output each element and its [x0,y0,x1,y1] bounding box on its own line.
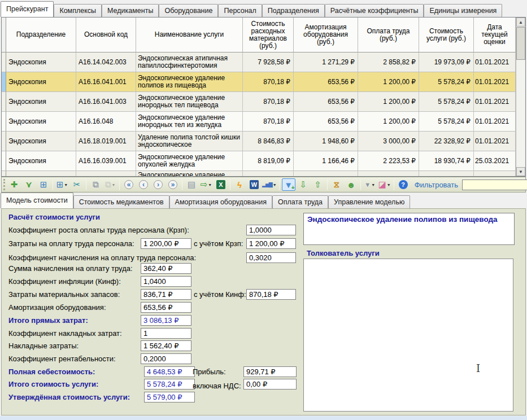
scroll-up-icon[interactable]: ▲ [516,18,525,27]
cell-name[interactable]: Эндоскопическое удаление инородных тел п… [136,92,243,112]
cell-code[interactable]: А16.16.041.001 [76,72,136,92]
cell-dept[interactable]: Эндоскопия [6,132,76,151]
cell-date[interactable]: 01.01.2021 [474,112,516,132]
cell-labor[interactable]: 2 858,82 ₽ [358,53,419,72]
table-cell[interactable] [2,171,6,176]
cell-materials[interactable]: 7 928,58 ₽ [243,53,294,72]
cell-dept[interactable]: Эндоскопия [6,151,76,171]
material-cost-field[interactable]: 836,71 ₽ [141,289,191,300]
nav-first-button[interactable]: « [122,178,136,191]
add-button[interactable]: ✚ [7,178,21,191]
nav-last-button[interactable]: » [166,178,180,191]
history-button[interactable]: ⧖ [330,178,343,191]
table-cell[interactable] [6,171,76,176]
cell-code[interactable]: А16.18.019.001 [76,132,136,151]
cell-amortization[interactable]: 653,56 ₽ [294,72,358,92]
cell-code[interactable]: А16.16.039.001 [76,151,136,171]
direct-costs-total-field[interactable]: 3 086,13 ₽ [141,315,191,326]
krzp-coefficient-field[interactable]: 1,0000 [246,225,296,235]
word-export-button[interactable]: W [247,178,261,191]
table-cell[interactable] [358,171,419,176]
cell-materials[interactable]: 870,18 ₽ [243,72,294,92]
cell-name[interactable]: Эндоскопическое удаление полипов из пище… [136,72,243,92]
nav-next-button[interactable]: › [151,178,165,191]
row-gutter[interactable] [2,132,6,151]
cell-materials[interactable]: 8 819,09 ₽ [243,151,294,171]
column-header[interactable]: Амортизация оборудования (руб.) [294,18,358,53]
column-header[interactable]: Основной код [76,18,136,53]
column-header[interactable]: Стоимость расходных материалов (руб.) [243,18,294,53]
cell-materials[interactable]: 8 846,83 ₽ [243,132,294,151]
cell-code[interactable]: А16.16.041.003 [76,92,136,112]
inflation-coefficient-field[interactable]: 1,0400 [141,276,191,287]
labor-cost-krzp-field[interactable]: 1 200,00 ₽ [246,238,296,249]
cell-materials[interactable]: 870,18 ₽ [243,92,294,112]
profit-field[interactable]: 929,71 ₽ [243,366,297,377]
page-refresh-button[interactable]: ▤ [185,178,198,191]
cell-name[interactable]: Эндоскопическое удаление [136,171,243,176]
cell-dept[interactable]: Эндоскопия [6,72,76,92]
highlight-button[interactable]: ◪▼ [378,178,391,191]
cell-code[interactable]: А16.16.048 [76,112,136,132]
total-service-cost-field[interactable]: 5 578,24 ₽ [144,379,195,390]
accrual-coefficient-field[interactable]: 0,3020 [246,252,296,263]
full-cost-field[interactable]: 4 648,53 ₽ [144,366,195,377]
table-cell[interactable] [419,171,474,176]
cell-amortization[interactable]: 653,56 ₽ [294,112,358,132]
material-cost-kinf-field[interactable]: 870,18 ₽ [246,289,296,300]
cell-cost[interactable]: 18 930,74 ₽ [419,151,474,171]
load-basket-button[interactable]: ⇩ [297,178,310,191]
tab-personnel[interactable]: Персонал [218,4,262,17]
cell-amortization[interactable]: 1 166,46 ₽ [294,151,358,171]
accrual-sum-field[interactable]: 362,40 ₽ [141,263,191,274]
cell-name[interactable]: Эндоскопическое удаление опухолей желудк… [136,151,243,171]
approved-cost-field[interactable]: 5 579,00 ₽ [144,392,195,403]
column-header[interactable]: Оплата труда (руб.) [358,18,419,53]
tab-labor-payment[interactable]: Оплата труда [272,195,328,208]
row-gutter[interactable] [2,92,6,112]
cell-amortization[interactable]: 1 271,29 ₽ [294,53,358,72]
cell-amortization[interactable]: 653,56 ₽ [294,92,358,112]
column-header[interactable]: Дата текущей оценки [474,18,516,53]
cell-code[interactable]: А16.14.042.003 [76,53,136,72]
cell-cost[interactable]: 5 578,24 ₽ [419,112,474,132]
tab-units[interactable]: Единицы измерения [424,4,502,17]
cut-button[interactable]: ✂ [70,178,84,191]
tab-calc-coefficients[interactable]: Расчётные коэффициенты [325,4,424,17]
column-header[interactable]: Стоимость услуги (руб.) [419,18,474,53]
person-export-button[interactable]: ☻ [345,178,358,191]
cell-dept[interactable]: Эндоскопия [6,112,76,132]
tab-medicaments[interactable]: Медикаменты [102,4,159,17]
cell-date[interactable]: 01.01.2021 [474,92,516,112]
cell-labor[interactable]: 1 200,00 ₽ [358,72,419,92]
table-scrollbar[interactable]: ▲ ▼ [516,18,525,176]
tab-equipment[interactable]: Оборудование [159,4,218,17]
excel-export-button[interactable]: X [214,178,228,191]
scrollbar-thumb[interactable] [516,27,525,60]
profitability-coefficient-field[interactable]: 0,2000 [141,353,191,364]
filter-settings-button[interactable]: ▼▼ [363,178,377,191]
cell-materials[interactable]: 870,18 ₽ [243,112,294,132]
filter-input[interactable] [462,180,527,190]
column-header[interactable]: Наименование услуги [136,18,243,53]
cell-cost[interactable]: 19 973,09 ₽ [419,53,474,72]
overhead-costs-field[interactable]: 1 562,40 ₽ [141,340,191,351]
cell-dept[interactable]: Эндоскопия [6,92,76,112]
tab-departments[interactable]: Подразделения [262,4,325,17]
table-cell[interactable] [294,171,358,176]
cell-labor[interactable]: 2 223,53 ₽ [358,151,419,171]
service-interpreter-textarea[interactable]: I [303,259,513,412]
tab-cost-model[interactable]: Модель стоимости [1,193,73,208]
cell-amortization[interactable]: 1 948,60 ₽ [294,132,358,151]
quick-calc-button[interactable]: ϟ [233,178,246,191]
cell-labor[interactable]: 1 200,00 ₽ [358,112,419,132]
unload-basket-button[interactable]: ⇧ [311,178,325,191]
cell-date[interactable]: 25.03.2021 [474,151,516,171]
row-gutter[interactable] [2,112,6,132]
row-gutter[interactable] [2,72,6,92]
cell-date[interactable]: 01.01.2021 [474,53,516,72]
filter-toggle-button[interactable]: ▼+ [282,178,295,191]
nav-prev-button[interactable]: ‹ [137,178,150,191]
export-folder-button[interactable]: ⇨▼ [199,178,213,191]
cell-name[interactable]: Удаление полипа толстой кишки эндоскопич… [136,132,243,151]
